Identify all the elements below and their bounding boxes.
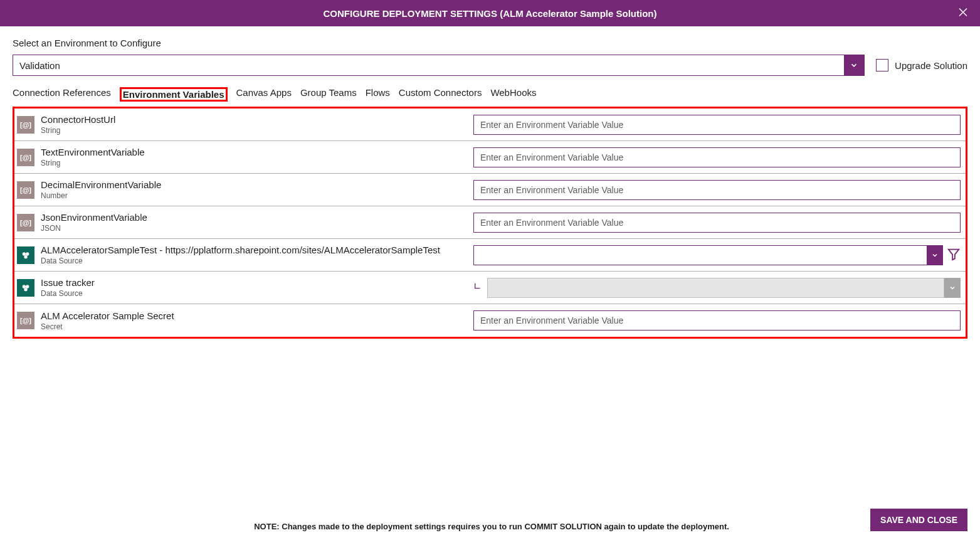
- tab-canvas-apps[interactable]: Canvas Apps: [236, 87, 292, 102]
- variable-meta: ALM Accelerator Sample SecretSecret: [41, 310, 473, 331]
- variable-type: JSON: [41, 224, 473, 233]
- variable-meta: JsonEnvironmentVariableJSON: [41, 212, 473, 233]
- svg-marker-5: [949, 250, 959, 260]
- variable-icon: [@]: [17, 116, 34, 134]
- sharepoint-icon: [17, 246, 34, 264]
- dialog-header: CONFIGURE DEPLOYMENT SETTINGS (ALM Accel…: [0, 0, 980, 26]
- variable-input-cell: [473, 115, 961, 135]
- environment-label: Select an Environment to Configure: [13, 38, 967, 48]
- variable-type: Number: [41, 191, 473, 200]
- variable-value-combo[interactable]: [473, 245, 943, 265]
- close-icon[interactable]: [957, 7, 969, 20]
- variable-value-input[interactable]: [473, 180, 961, 200]
- variable-name: DecimalEnvironmentVariable: [41, 179, 473, 190]
- variable-value-input[interactable]: [473, 310, 961, 331]
- variable-meta: DecimalEnvironmentVariableNumber: [41, 179, 473, 200]
- dialog-content: Select an Environment to Configure Valid…: [0, 26, 980, 339]
- variable-name: ALMAcceleratorSampleTest - https://pplat…: [41, 245, 473, 255]
- variable-input-cell: [473, 180, 961, 200]
- svg-point-8: [24, 288, 27, 291]
- tab-flows[interactable]: Flows: [366, 87, 390, 102]
- variable-meta: Issue trackerData Source: [41, 277, 473, 298]
- variable-value-input[interactable]: [473, 213, 961, 233]
- svg-point-7: [26, 285, 29, 288]
- svg-point-6: [23, 285, 26, 288]
- variable-row: [@]JsonEnvironmentVariableJSON: [14, 206, 966, 239]
- upgrade-label: Upgrade Solution: [895, 60, 967, 71]
- variable-icon: [@]: [17, 312, 34, 329]
- variable-value-input[interactable]: [473, 115, 961, 135]
- environment-selected-value: Validation: [13, 60, 844, 71]
- variable-name: ALM Accelerator Sample Secret: [41, 310, 473, 321]
- variable-value-combo-disabled: [487, 278, 961, 298]
- dialog-title: CONFIGURE DEPLOYMENT SETTINGS (ALM Accel…: [324, 8, 657, 19]
- tab-group-teams[interactable]: Group Teams: [300, 87, 357, 102]
- tab-webhooks[interactable]: WebHooks: [490, 87, 536, 102]
- sharepoint-icon: [17, 279, 34, 297]
- variable-meta: ALMAcceleratorSampleTest - https://pplat…: [41, 245, 473, 265]
- variable-type: String: [41, 159, 473, 167]
- checkbox-icon: [876, 59, 888, 71]
- tab-connection-references[interactable]: Connection References: [13, 87, 111, 102]
- environment-row: Validation Upgrade Solution: [13, 55, 967, 76]
- variable-name: JsonEnvironmentVariable: [41, 212, 473, 223]
- variable-icon: [@]: [17, 214, 34, 231]
- tabs: Connection ReferencesEnvironment Variabl…: [13, 87, 967, 105]
- variable-icon: [@]: [17, 149, 34, 166]
- environment-select[interactable]: Validation: [13, 55, 865, 76]
- variable-row: [@]ConnectorHostUrlString: [14, 108, 966, 141]
- variable-meta: ConnectorHostUrlString: [41, 114, 473, 135]
- tab-custom-connectors[interactable]: Custom Connectors: [399, 87, 482, 102]
- variable-input-cell: [473, 278, 961, 298]
- variable-name: Issue tracker: [41, 277, 473, 288]
- variable-row: [@]TextEnvironmentVariableString: [14, 141, 966, 174]
- variable-row: ALMAcceleratorSampleTest - https://pplat…: [14, 239, 966, 272]
- variable-type: String: [41, 126, 473, 135]
- variable-icon: [@]: [17, 181, 34, 199]
- upgrade-solution-checkbox[interactable]: Upgrade Solution: [876, 59, 967, 71]
- variable-type: Data Source: [41, 257, 473, 265]
- variable-row: [@]DecimalEnvironmentVariableNumber: [14, 174, 966, 206]
- chevron-down-icon: [944, 278, 961, 298]
- tab-environment-variables[interactable]: Environment Variables: [120, 87, 228, 102]
- variable-input-cell: [473, 245, 961, 265]
- variable-name: ConnectorHostUrl: [41, 114, 473, 125]
- variable-row: Issue trackerData Source: [14, 272, 966, 304]
- chevron-down-icon: [927, 245, 943, 265]
- variable-input-cell: [473, 213, 961, 233]
- variable-row: [@]ALM Accelerator Sample SecretSecret: [14, 304, 966, 337]
- chevron-down-icon: [844, 55, 864, 75]
- svg-point-4: [24, 255, 27, 258]
- variable-input-cell: [473, 147, 961, 167]
- dependent-indicator-icon: [473, 282, 483, 294]
- filter-icon[interactable]: [947, 247, 961, 263]
- variable-input-cell: [473, 310, 961, 331]
- environment-variables-panel: [@]ConnectorHostUrlString[@]TextEnvironm…: [13, 107, 967, 339]
- svg-point-3: [26, 252, 29, 255]
- variable-meta: TextEnvironmentVariableString: [41, 147, 473, 167]
- variable-name: TextEnvironmentVariable: [41, 147, 473, 157]
- svg-point-2: [23, 252, 26, 255]
- variable-type: Secret: [41, 322, 473, 331]
- variable-value-input[interactable]: [473, 147, 961, 167]
- variable-type: Data Source: [41, 289, 473, 298]
